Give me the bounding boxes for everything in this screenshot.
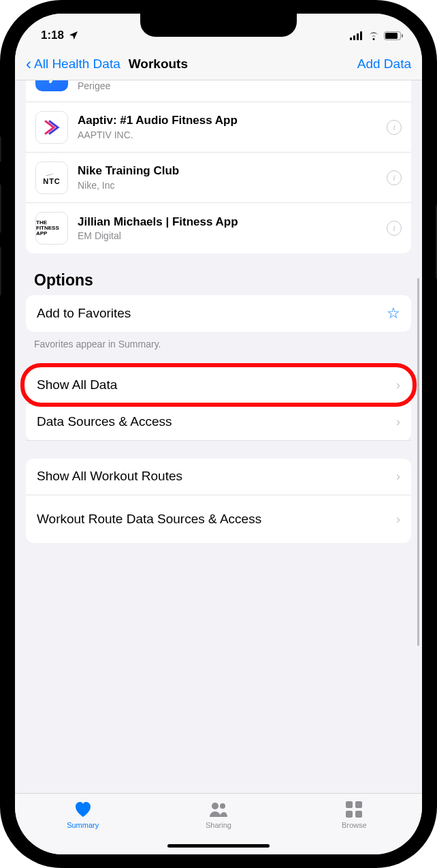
favorites-card: Add to Favorites ☆ [26, 295, 411, 332]
info-icon[interactable]: i [387, 120, 402, 135]
data-sources-label: Data Sources & Access [37, 414, 387, 430]
svg-rect-12 [355, 811, 362, 818]
svg-rect-2 [357, 33, 359, 40]
data-sources-row[interactable]: Data Sources & Access › [26, 404, 411, 441]
nav-bar: ‹ All Health Data Workouts Add Data [15, 48, 422, 80]
tab-label: Browse [342, 821, 367, 829]
content-scroll[interactable]: Perigee i Aaptiv: #1 Audio Fitness App A… [15, 80, 422, 793]
add-to-favorites-row[interactable]: Add to Favorites ☆ [26, 295, 411, 332]
app-name: Nike Training Club [78, 164, 377, 178]
chevron-right-icon: › [396, 512, 400, 527]
tab-bar: Summary Sharing Browse [15, 793, 422, 854]
app-icon-fitness-app: THE FITNESS APP [35, 212, 68, 245]
chevron-right-icon: › [396, 469, 400, 484]
back-button[interactable]: All Health Data [34, 57, 120, 72]
show-all-routes-label: Show All Workout Routes [37, 469, 387, 484]
location-icon [68, 30, 79, 41]
show-all-data-label: Show All Data [37, 377, 387, 393]
page-title: Workouts [129, 57, 188, 72]
people-icon [208, 801, 229, 818]
scroll-bar[interactable] [417, 278, 419, 646]
route-sources-label: Workout Route Data Sources & Access [37, 512, 387, 527]
app-icon-aaptiv [35, 111, 68, 144]
options-heading: Options [34, 271, 411, 290]
svg-rect-9 [346, 801, 353, 808]
svg-point-7 [212, 803, 218, 809]
back-chevron-icon[interactable]: ‹ [26, 56, 31, 72]
wifi-icon [368, 31, 380, 40]
show-all-data-row[interactable]: Show All Data › [26, 367, 411, 404]
route-sources-row[interactable]: Workout Route Data Sources & Access › [26, 495, 411, 543]
app-row-aaptiv[interactable]: Aaptiv: #1 Audio Fitness App AAPTIV INC.… [26, 102, 411, 153]
star-icon[interactable]: ☆ [387, 305, 400, 322]
grid-icon [344, 801, 364, 818]
tab-label: Summary [67, 821, 99, 829]
data-card: Show All Data › Data Sources & Access › [26, 367, 411, 441]
app-row-jillian[interactable]: THE FITNESS APP Jillian Michaels | Fitne… [26, 203, 411, 253]
svg-rect-1 [353, 35, 355, 40]
home-indicator[interactable] [167, 844, 270, 848]
svg-rect-11 [346, 811, 353, 818]
svg-rect-3 [360, 31, 362, 40]
apps-card: Perigee i Aaptiv: #1 Audio Fitness App A… [26, 80, 411, 253]
routes-card: Show All Workout Routes › Workout Route … [26, 459, 411, 543]
cellular-icon [350, 31, 363, 40]
svg-rect-5 [385, 33, 398, 39]
app-name: Jillian Michaels | Fitness App [78, 215, 377, 229]
svg-rect-6 [402, 34, 403, 37]
app-publisher: AAPTIV INC. [78, 129, 377, 140]
svg-rect-0 [350, 37, 352, 40]
chevron-right-icon: › [396, 415, 400, 429]
favorites-label: Add to Favorites [37, 306, 377, 322]
app-row-ntc[interactable]: NTC Nike Training Club Nike, Inc i [26, 153, 411, 203]
show-all-routes-row[interactable]: Show All Workout Routes › [26, 459, 411, 495]
status-time: 1:18 [41, 29, 64, 42]
app-icon-ntc: NTC [35, 161, 68, 194]
tab-summary[interactable]: Summary [52, 801, 114, 854]
app-publisher: EM Digital [78, 230, 377, 241]
app-row-perigee[interactable]: Perigee i [26, 80, 411, 102]
app-name: Aaptiv: #1 Audio Fitness App [78, 114, 377, 127]
app-publisher: Perigee [78, 80, 377, 91]
heart-icon [73, 801, 93, 818]
svg-rect-10 [355, 801, 362, 808]
chevron-right-icon: › [396, 378, 400, 392]
battery-icon [384, 31, 403, 40]
info-icon[interactable]: i [387, 170, 402, 185]
add-data-button[interactable]: Add Data [357, 57, 411, 72]
tab-label: Sharing [206, 821, 231, 829]
favorites-footer: Favorites appear in Summary. [34, 339, 411, 350]
app-icon-seven [35, 80, 68, 91]
info-icon[interactable]: i [387, 221, 402, 236]
tab-browse[interactable]: Browse [323, 801, 385, 854]
app-publisher: Nike, Inc [78, 180, 377, 191]
svg-point-8 [220, 803, 225, 809]
